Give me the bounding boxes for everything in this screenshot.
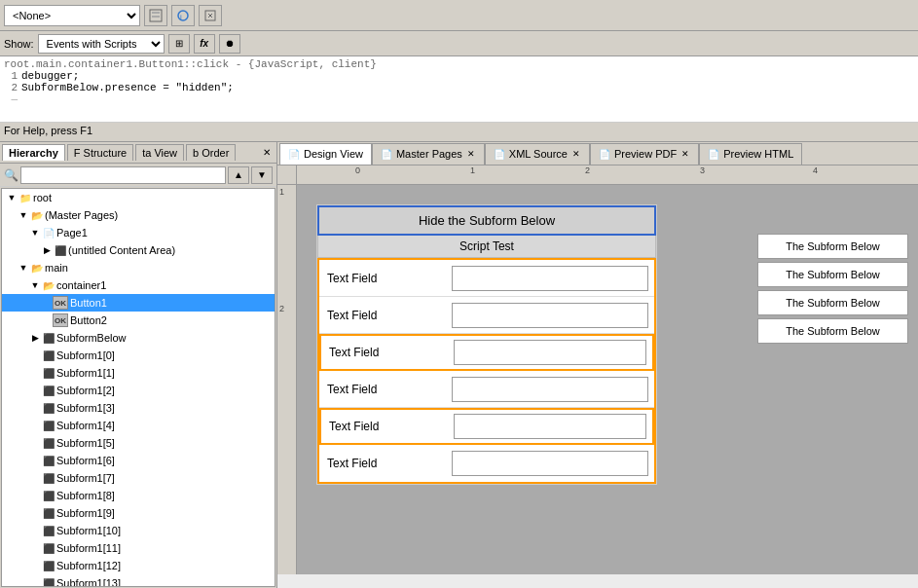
tab-preview-pdf[interactable]: 📄 Preview PDF ✕ bbox=[590, 143, 699, 165]
toolbar-btn-2[interactable]: i bbox=[171, 5, 195, 26]
field-input-3[interactable] bbox=[454, 340, 646, 365]
field-input-4[interactable] bbox=[452, 377, 648, 402]
svg-text:i: i bbox=[180, 13, 182, 21]
tree-item-subform1-2[interactable]: ⬛ Subform1[2] bbox=[2, 382, 275, 399]
canvas: Hide the Subform Below Script Test Text … bbox=[297, 185, 918, 574]
tree-item-subform1-7[interactable]: ⬛ Subform1[7] bbox=[2, 469, 275, 487]
design-area[interactable]: 0 1 2 3 4 1 2 bbox=[277, 165, 918, 588]
toolbar-btn-3[interactable] bbox=[199, 5, 222, 26]
tree-item-button2[interactable]: OK Button2 bbox=[2, 312, 275, 329]
form-row-1: Text Field bbox=[319, 260, 654, 297]
tree-item-subform1-5[interactable]: ⬛ Subform1[5] bbox=[2, 434, 275, 452]
search-input[interactable] bbox=[20, 166, 226, 184]
hierarchy-btn[interactable]: ⊞ bbox=[168, 34, 190, 54]
tree-item-main[interactable]: ▼ 📂 main bbox=[2, 259, 275, 276]
help-bar: For Help, press F1 bbox=[0, 123, 918, 142]
search-bar: 🔍 ▲ ▼ bbox=[0, 164, 276, 187]
tree-item-subform1-9[interactable]: ⬛ Subform1[9] bbox=[2, 504, 275, 522]
panel-close[interactable]: ✕ bbox=[259, 147, 275, 158]
search-down-btn[interactable]: ▼ bbox=[251, 166, 273, 184]
tree-item-subform1-8[interactable]: ⬛ Subform1[8] bbox=[2, 487, 275, 504]
tree-item-subform1-6[interactable]: ⬛ Subform1[6] bbox=[2, 452, 275, 469]
tree-item-subform-below[interactable]: ▶ ⬛ SubformBelow bbox=[2, 329, 275, 347]
icon-button2: OK bbox=[53, 313, 68, 327]
tab-b-order[interactable]: b Order bbox=[186, 144, 236, 161]
tab-xml-close[interactable]: ✕ bbox=[571, 149, 581, 159]
events-dropdown[interactable]: Events with Scripts All Events bbox=[38, 34, 165, 54]
tab-master-close[interactable]: ✕ bbox=[466, 149, 476, 159]
hide-subform-button[interactable]: Hide the Subform Below bbox=[317, 205, 656, 236]
ruler-mark-3: 3 bbox=[700, 165, 705, 175]
label-subform1-7: Subform1[7] bbox=[56, 472, 115, 484]
tree-item-master-pages[interactable]: ▼ 📂 (Master Pages) bbox=[2, 206, 275, 224]
tree-item-root[interactable]: ▼ 📁 root bbox=[2, 189, 275, 206]
main-content: Hierarchy F Structure ta View b Order ✕ … bbox=[0, 142, 918, 588]
field-input-6[interactable] bbox=[452, 451, 648, 476]
tree-item-container1[interactable]: ▼ 📂 container1 bbox=[2, 276, 275, 294]
subform-label-2: The Subform Below bbox=[786, 269, 880, 280]
show-label: Show: bbox=[4, 38, 34, 50]
tab-preview-html[interactable]: 📄 Preview HTML bbox=[699, 143, 802, 165]
field-input-2[interactable] bbox=[452, 303, 648, 328]
tree-item-subform1-1[interactable]: ⬛ Subform1[1] bbox=[2, 364, 275, 382]
fx-btn[interactable]: fx bbox=[194, 34, 215, 54]
tree-item-subform1-13[interactable]: ⬛ Subform1[13] bbox=[2, 574, 275, 587]
tree-item-untitled[interactable]: ▶ ⬛ (untitled Content Area) bbox=[2, 241, 275, 259]
form-row-5: Text Field bbox=[319, 408, 654, 445]
code-area: root.main.container1.Button1::click - {J… bbox=[0, 56, 918, 123]
icon-untitled: ⬛ bbox=[53, 243, 68, 257]
search-up-btn[interactable]: ▲ bbox=[228, 166, 249, 184]
toggle-subform-below[interactable]: ▶ bbox=[29, 333, 41, 343]
tree-item-button1[interactable]: OK Button1 bbox=[2, 294, 275, 312]
svg-rect-1 bbox=[152, 12, 160, 14]
help-text: For Help, press F1 bbox=[4, 125, 92, 136]
design-view-icon: 📄 bbox=[288, 149, 300, 160]
tab-design-view[interactable]: 📄 Design View bbox=[279, 143, 372, 165]
icon-subform1-10: ⬛ bbox=[41, 524, 56, 537]
toggle-root[interactable]: ▼ bbox=[6, 193, 18, 202]
form-row-6: Text Field bbox=[319, 445, 654, 482]
tree-item-subform1-11[interactable]: ⬛ Subform1[11] bbox=[2, 539, 275, 557]
script-test-subtitle: Script Test bbox=[317, 236, 656, 258]
tab-hierarchy[interactable]: Hierarchy bbox=[2, 144, 65, 161]
tab-f-structure[interactable]: F Structure bbox=[67, 144, 133, 161]
icon-subform1-11: ⬛ bbox=[41, 541, 56, 555]
subform-label-3: The Subform Below bbox=[786, 297, 880, 309]
subform-item-1: The Subform Below bbox=[757, 234, 908, 259]
ruler-v-mark-1: 1 bbox=[277, 185, 296, 302]
tab-master-label: Master Pages bbox=[396, 148, 462, 160]
label-button1: Button1 bbox=[70, 297, 107, 309]
tree-item-subform1-0[interactable]: ⬛ Subform1[0] bbox=[2, 347, 275, 364]
label-subform1-1: Subform1[1] bbox=[56, 367, 115, 379]
tree-item-subform1-4[interactable]: ⬛ Subform1[4] bbox=[2, 417, 275, 434]
icon-subform1-2: ⬛ bbox=[41, 384, 56, 397]
tab-master-pages[interactable]: 📄 Master Pages ✕ bbox=[372, 143, 485, 165]
icon-subform1-6: ⬛ bbox=[41, 454, 56, 467]
toggle-container1[interactable]: ▼ bbox=[29, 280, 41, 290]
tab-xml-source[interactable]: 📄 XML Source ✕ bbox=[485, 143, 590, 165]
subform-label-4: The Subform Below bbox=[786, 325, 880, 337]
toggle-main[interactable]: ▼ bbox=[18, 263, 29, 273]
tree-item-subform1-12[interactable]: ⬛ Subform1[12] bbox=[2, 557, 275, 574]
tab-ta-view[interactable]: ta View bbox=[135, 144, 184, 161]
form-row-4: Text Field bbox=[319, 371, 654, 408]
label-subform-below: SubformBelow bbox=[56, 332, 127, 344]
icon-subform1-4: ⬛ bbox=[41, 419, 56, 432]
toolbar-btn-1[interactable] bbox=[144, 5, 167, 26]
label-main: main bbox=[45, 262, 68, 274]
tree-item-page1[interactable]: ▼ 📄 Page1 bbox=[2, 224, 275, 241]
tree-item-subform1-10[interactable]: ⬛ Subform1[10] bbox=[2, 522, 275, 539]
tree-item-subform1-3[interactable]: ⬛ Subform1[3] bbox=[2, 399, 275, 417]
field-input-5[interactable] bbox=[454, 414, 646, 439]
toggle-master[interactable]: ▼ bbox=[18, 210, 29, 220]
debug-btn[interactable]: ⏺ bbox=[219, 34, 240, 54]
tab-pdf-close[interactable]: ✕ bbox=[680, 149, 690, 159]
toggle-untitled[interactable]: ▶ bbox=[41, 245, 53, 255]
none-dropdown[interactable]: <None> bbox=[4, 5, 140, 26]
field-input-1[interactable] bbox=[452, 266, 648, 291]
toggle-page1[interactable]: ▼ bbox=[29, 228, 41, 238]
tab-design-label: Design View bbox=[304, 148, 363, 160]
label-subform1-13: Subform1[13] bbox=[56, 577, 121, 587]
icon-subform1-3: ⬛ bbox=[41, 401, 56, 415]
subform-item-3: The Subform Below bbox=[757, 290, 908, 315]
